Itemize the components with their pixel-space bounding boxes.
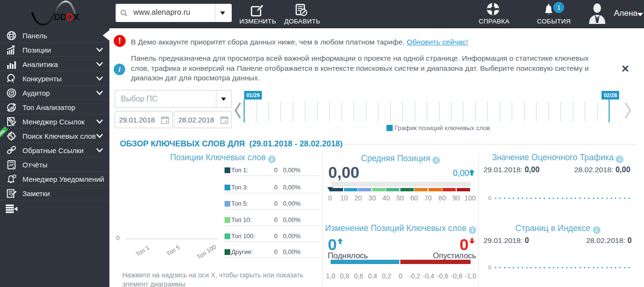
svg-text:X: X <box>74 12 80 22</box>
svg-text:DD: DD <box>54 12 67 22</box>
